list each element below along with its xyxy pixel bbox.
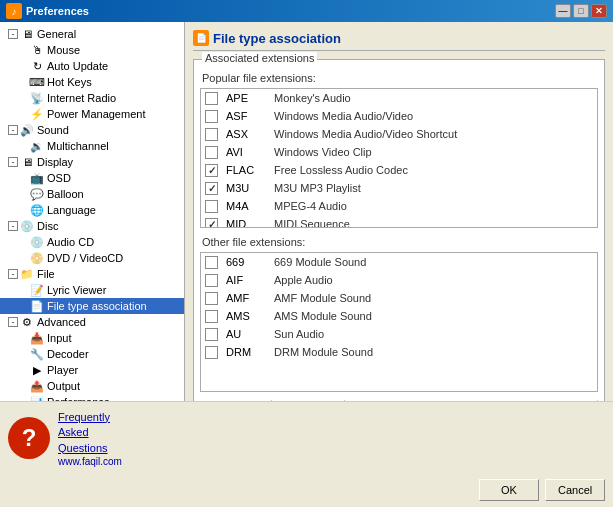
tree-label-powermgmt: Power Management — [47, 108, 145, 120]
language-icon: 🌐 — [30, 203, 44, 217]
ext-desc-669: 669 Module Sound — [274, 256, 593, 268]
ext-checkbox-amf[interactable] — [205, 292, 218, 305]
advanced-icon: ⚙ — [20, 315, 34, 329]
minimize-button[interactable]: — — [555, 4, 571, 18]
ext-checkbox-asf[interactable] — [205, 110, 218, 123]
update-button[interactable]: Update ! — [530, 400, 598, 401]
powermgmt-icon: ⚡ — [30, 107, 44, 121]
ext-row-asf: ASF Windows Media Audio/Video — [201, 107, 597, 125]
ext-checkbox-asx[interactable] — [205, 128, 218, 141]
ext-name-au: AU — [226, 328, 266, 340]
audiocd-icon: 💿 — [30, 235, 44, 249]
section-title-icon: 📄 — [193, 30, 209, 46]
title-bar-left: ♪ Preferences — [6, 3, 89, 19]
ext-desc-au: Sun Audio — [274, 328, 593, 340]
mouse-icon: 🖱 — [30, 43, 44, 57]
ext-row-asx: ASX Windows Media Audio/Video Shortcut — [201, 125, 597, 143]
tree-expand-general[interactable]: - — [8, 29, 18, 39]
ok-button[interactable]: OK — [479, 479, 539, 501]
faq-questions[interactable]: Questions — [58, 441, 122, 456]
ext-checkbox-avi[interactable] — [205, 146, 218, 159]
tree-item-filetypeassoc[interactable]: 📄 File type association — [0, 298, 184, 314]
tree-label-internetradio: Internet Radio — [47, 92, 116, 104]
title-bar: ♪ Preferences — □ ✕ — [0, 0, 613, 22]
check-all-button[interactable]: Check All — [200, 400, 272, 401]
tree-item-player[interactable]: ▶ Player — [0, 362, 184, 378]
tree-item-internetradio[interactable]: 📡 Internet Radio — [0, 90, 184, 106]
decoder-icon: 🔧 — [30, 347, 44, 361]
maximize-button[interactable]: □ — [573, 4, 589, 18]
ext-desc-asx: Windows Media Audio/Video Shortcut — [274, 128, 593, 140]
tree-item-dvd[interactable]: 📀 DVD / VideoCD — [0, 250, 184, 266]
ext-checkbox-669[interactable] — [205, 256, 218, 269]
display-icon: 🖥 — [20, 155, 34, 169]
tree-label-disc: Disc — [37, 220, 58, 232]
ext-checkbox-ape[interactable] — [205, 92, 218, 105]
ext-desc-ape: Monkey's Audio — [274, 92, 593, 104]
ext-row-flac: FLAC Free Lossless Audio Codec — [201, 161, 597, 179]
faq-section: ? Frequently Asked Questions www.faqil.c… — [0, 402, 613, 475]
tree-label-language: Language — [47, 204, 96, 216]
tree-item-autoupdate[interactable]: ↻ Auto Update — [0, 58, 184, 74]
tree-item-file[interactable]: - 📁 File — [0, 266, 184, 282]
cancel-button[interactable]: Cancel — [545, 479, 605, 501]
clear-all-button[interactable]: Clear All — [278, 400, 345, 401]
ext-checkbox-flac[interactable] — [205, 164, 218, 177]
tree-item-audiocd[interactable]: 💿 Audio CD — [0, 234, 184, 250]
dvd-icon: 📀 — [30, 251, 44, 265]
tree-label-osd: OSD — [47, 172, 71, 184]
tree-label-display: Display — [37, 156, 73, 168]
tree-label-sound: Sound — [37, 124, 69, 136]
ext-name-asx: ASX — [226, 128, 266, 140]
tree-item-powermgmt[interactable]: ⚡ Power Management — [0, 106, 184, 122]
tree-expand-advanced[interactable]: - — [8, 317, 18, 327]
tree-item-disc[interactable]: - 💿 Disc — [0, 218, 184, 234]
popular-extensions-label: Popular file extensions: — [200, 72, 598, 84]
tree-item-performance[interactable]: 📊 Performance — [0, 394, 184, 401]
tree-label-mouse: Mouse — [47, 44, 80, 56]
tree-item-hotkeys[interactable]: ⌨ Hot Keys — [0, 74, 184, 90]
tree-expand-sound[interactable]: - — [8, 125, 18, 135]
faq-icon: ? — [8, 417, 50, 459]
tree-item-sound[interactable]: - 🔊 Sound — [0, 122, 184, 138]
tree-item-lyricviewer[interactable]: 📝 Lyric Viewer — [0, 282, 184, 298]
tree-item-input[interactable]: 📥 Input — [0, 330, 184, 346]
tree-item-language[interactable]: 🌐 Language — [0, 202, 184, 218]
tree-item-balloon[interactable]: 💬 Balloon — [0, 186, 184, 202]
ext-checkbox-mid[interactable] — [205, 218, 218, 229]
faq-frequently[interactable]: Frequently — [58, 410, 122, 425]
tree-item-display[interactable]: - 🖥 Display — [0, 154, 184, 170]
ext-name-avi: AVI — [226, 146, 266, 158]
ext-row-au: AU Sun Audio — [201, 325, 597, 343]
ext-checkbox-drm[interactable] — [205, 346, 218, 359]
ext-row-ape: APE Monkey's Audio — [201, 89, 597, 107]
group-box-title: Associated extensions — [202, 52, 317, 64]
tree-item-mouse[interactable]: 🖱 Mouse — [0, 42, 184, 58]
ext-checkbox-au[interactable] — [205, 328, 218, 341]
ext-checkbox-aif[interactable] — [205, 274, 218, 287]
multichannel-icon: 🔉 — [30, 139, 44, 153]
ext-row-avi: AVI Windows Video Clip — [201, 143, 597, 161]
section-title-text: File type association — [213, 31, 341, 46]
bottom-buttons: OK Cancel — [0, 475, 613, 507]
faq-asked[interactable]: Asked — [58, 425, 122, 440]
tree-item-multichannel[interactable]: 🔉 Multichannel — [0, 138, 184, 154]
tree-label-general: General — [37, 28, 76, 40]
general-icon: 🖥 — [20, 27, 34, 41]
tree-expand-file[interactable]: - — [8, 269, 18, 279]
main-area: - 🖥 General 🖱 Mouse ↻ Auto Update ⌨ Hot … — [0, 22, 613, 401]
tree-item-decoder[interactable]: 🔧 Decoder — [0, 346, 184, 362]
tree-item-output[interactable]: 📤 Output — [0, 378, 184, 394]
ext-checkbox-ams[interactable] — [205, 310, 218, 323]
tree-expand-display[interactable]: - — [8, 157, 18, 167]
close-button[interactable]: ✕ — [591, 4, 607, 18]
tree-item-general[interactable]: - 🖥 General — [0, 26, 184, 42]
ext-checkbox-m3u[interactable] — [205, 182, 218, 195]
tree-expand-disc[interactable]: - — [8, 221, 18, 231]
ext-desc-amf: AMF Module Sound — [274, 292, 593, 304]
tree-item-advanced[interactable]: - ⚙ Advanced — [0, 314, 184, 330]
hotkeys-icon: ⌨ — [30, 75, 44, 89]
tree-label-file: File — [37, 268, 55, 280]
ext-checkbox-m4a[interactable] — [205, 200, 218, 213]
tree-item-osd[interactable]: 📺 OSD — [0, 170, 184, 186]
